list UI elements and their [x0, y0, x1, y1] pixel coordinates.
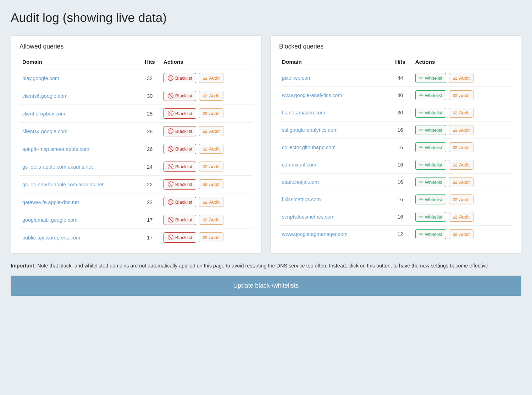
whitelist-button[interactable]: ✏ Whitelist	[415, 177, 447, 187]
whitelist-label: Whitelist	[425, 145, 443, 150]
audit-button-blocked[interactable]: ⚖ Audit	[449, 177, 473, 187]
audit-button-blocked[interactable]: ⚖ Audit	[449, 194, 473, 204]
blocked-domain-link[interactable]: i.kissmetrics.com	[282, 197, 321, 202]
audit-label: Audit	[459, 75, 470, 81]
allowed-domain-link[interactable]: public-api.wordpress.com	[22, 235, 80, 241]
audit-button-allowed[interactable]: ⚖ Audit	[199, 108, 223, 118]
audit-button-blocked[interactable]: ⚖ Audit	[449, 73, 473, 83]
allowed-domain-link[interactable]: play.google.com	[22, 75, 59, 81]
audit-button-allowed[interactable]: ⚖ Audit	[199, 73, 223, 83]
blacklist-button[interactable]: 🚫 Blacklist	[164, 179, 196, 190]
audit-button-blocked[interactable]: ⚖ Audit	[449, 108, 473, 118]
blacklist-button[interactable]: 🚫 Blacklist	[164, 162, 196, 172]
whitelist-button[interactable]: ✏ Whitelist	[415, 194, 447, 204]
audit-label: Audit	[459, 214, 470, 220]
blocked-domain-link[interactable]: static.hotjar.com	[282, 179, 319, 185]
allowed-domain-link[interactable]: api-glb-msp.smoot.apple.com	[22, 146, 89, 152]
blacklist-button[interactable]: 🚫 Blacklist	[164, 197, 196, 207]
whitelist-button[interactable]: ✏ Whitelist	[415, 125, 447, 135]
blocked-hits-cell: 30	[388, 104, 412, 122]
blocked-actions-cell: ✏ Whitelist ⚖ Audit	[412, 191, 512, 208]
audit-button-blocked[interactable]: ⚖ Audit	[449, 212, 473, 222]
whitelist-button[interactable]: ✏ Whitelist	[415, 73, 447, 83]
whitelist-label: Whitelist	[425, 75, 443, 81]
allowed-col-hits: Hits	[139, 56, 161, 69]
whitelist-button[interactable]: ✏ Whitelist	[415, 108, 447, 118]
blacklist-button[interactable]: 🚫 Blacklist	[164, 232, 196, 243]
allowed-hits-cell: 32	[139, 69, 161, 87]
allowed-hits-cell: 17	[139, 211, 161, 229]
whitelist-button[interactable]: ✏ Whitelist	[415, 160, 447, 170]
allowed-domain-link[interactable]: gs-loc.ls-apple.com.akadns.net	[22, 164, 93, 170]
audit-button-blocked[interactable]: ⚖ Audit	[449, 142, 473, 152]
blacklist-label: Blacklist	[175, 217, 192, 222]
allowed-actions-cell: 🚫 Blacklist ⚖ Audit	[161, 229, 253, 247]
allowed-domain-link[interactable]: clients6.google.com	[22, 93, 67, 99]
scale-icon: ⚖	[453, 75, 458, 81]
blocked-domain-link[interactable]: fls-na.amazon.com	[282, 110, 325, 115]
blacklist-button[interactable]: 🚫 Blacklist	[164, 215, 196, 225]
audit-button-blocked[interactable]: ⚖ Audit	[449, 229, 473, 239]
blacklist-button[interactable]: 🚫 Blacklist	[164, 73, 196, 83]
blocked-hits-cell: 16	[388, 174, 412, 191]
audit-button-allowed[interactable]: ⚖ Audit	[199, 215, 223, 225]
blocked-domain-link[interactable]: www.google-analytics.com	[282, 92, 342, 98]
audit-label: Audit	[459, 162, 470, 168]
scale-icon: ⚖	[203, 111, 207, 116]
blocked-domain-link[interactable]: scripts.kissmetrics.com	[282, 214, 334, 220]
allowed-table-row: gs-loc.ls-apple.com.akadns.net 24 🚫 Blac…	[20, 158, 253, 176]
blacklist-button[interactable]: 🚫 Blacklist	[164, 108, 196, 119]
blocked-domain-link[interactable]: cdn.mxpnl.com	[282, 162, 316, 168]
allowed-domain-link[interactable]: gateway.fe.apple-dns.net	[22, 199, 79, 205]
edit-icon: ✏	[419, 75, 423, 81]
audit-button-blocked[interactable]: ⚖ Audit	[449, 160, 473, 170]
scale-icon: ⚖	[203, 199, 207, 205]
blacklist-label: Blacklist	[175, 164, 192, 169]
audit-button-allowed[interactable]: ⚖ Audit	[199, 197, 223, 207]
blocked-actions-cell: ✏ Whitelist ⚖ Audit	[412, 69, 512, 87]
blacklist-button[interactable]: 🚫 Blacklist	[164, 144, 196, 154]
audit-button-allowed[interactable]: ⚖ Audit	[199, 232, 223, 242]
allowed-domain-link[interactable]: clients4.google.com	[22, 129, 67, 134]
allowed-table-row: clients6.google.com 30 🚫 Blacklist ⚖ Aud…	[20, 87, 253, 105]
whitelist-label: Whitelist	[425, 232, 443, 237]
whitelist-button[interactable]: ✏ Whitelist	[415, 90, 447, 100]
allowed-domain-link[interactable]: client.dropbox.com	[22, 111, 65, 117]
allowed-table-row: play.google.com 32 🚫 Blacklist ⚖ Audit	[20, 69, 253, 87]
ban-icon: 🚫	[167, 235, 174, 241]
blacklist-label: Blacklist	[175, 146, 192, 152]
blacklist-button[interactable]: 🚫 Blacklist	[164, 91, 196, 101]
allowed-domain-link[interactable]: googlemail.l.google.com	[22, 217, 77, 223]
audit-label: Audit	[209, 111, 220, 116]
blocked-domain-link[interactable]: collector.githubapp.com	[282, 145, 336, 150]
footer-note-bold: Important:	[11, 263, 36, 269]
audit-button-allowed[interactable]: ⚖ Audit	[199, 126, 223, 136]
blocked-domain-link[interactable]: ssl.google-analytics.com	[282, 127, 338, 133]
blocked-domain-link[interactable]: www.googletagmanager.com	[282, 231, 348, 237]
whitelist-button[interactable]: ✏ Whitelist	[415, 229, 447, 239]
blocked-domain-link[interactable]: pixel.wp.com	[282, 75, 311, 81]
scale-icon: ⚖	[453, 92, 458, 98]
audit-button-allowed[interactable]: ⚖ Audit	[199, 179, 223, 189]
audit-button-allowed[interactable]: ⚖ Audit	[199, 162, 223, 171]
allowed-domain-link[interactable]: gs-loc-new.ls-apple.com.akadns.net	[22, 182, 104, 187]
audit-button-blocked[interactable]: ⚖ Audit	[449, 125, 473, 135]
allowed-actions-cell: 🚫 Blacklist ⚖ Audit	[161, 105, 253, 123]
allowed-hits-cell: 28	[139, 123, 161, 140]
page-title: Audit log (showing live data)	[11, 11, 521, 25]
blocked-table-row: scripts.kissmetrics.com 16 ✏ Whitelist ⚖…	[279, 208, 512, 226]
audit-button-blocked[interactable]: ⚖ Audit	[449, 90, 473, 100]
scale-icon: ⚖	[203, 75, 207, 81]
whitelist-button[interactable]: ✏ Whitelist	[415, 142, 447, 152]
allowed-table-row: client.dropbox.com 28 🚫 Blacklist ⚖ Audi…	[20, 105, 253, 123]
blacklist-label: Blacklist	[175, 182, 192, 187]
audit-button-allowed[interactable]: ⚖ Audit	[199, 91, 223, 101]
ban-icon: 🚫	[167, 146, 174, 152]
whitelist-button[interactable]: ✏ Whitelist	[415, 212, 447, 222]
audit-button-allowed[interactable]: ⚖ Audit	[199, 144, 223, 154]
update-whitelists-button[interactable]: Update black-/whitelists	[11, 276, 521, 296]
allowed-hits-cell: 22	[139, 193, 161, 211]
blacklist-button[interactable]: 🚫 Blacklist	[164, 126, 196, 136]
audit-label: Audit	[459, 128, 470, 133]
blacklist-label: Blacklist	[175, 75, 192, 81]
